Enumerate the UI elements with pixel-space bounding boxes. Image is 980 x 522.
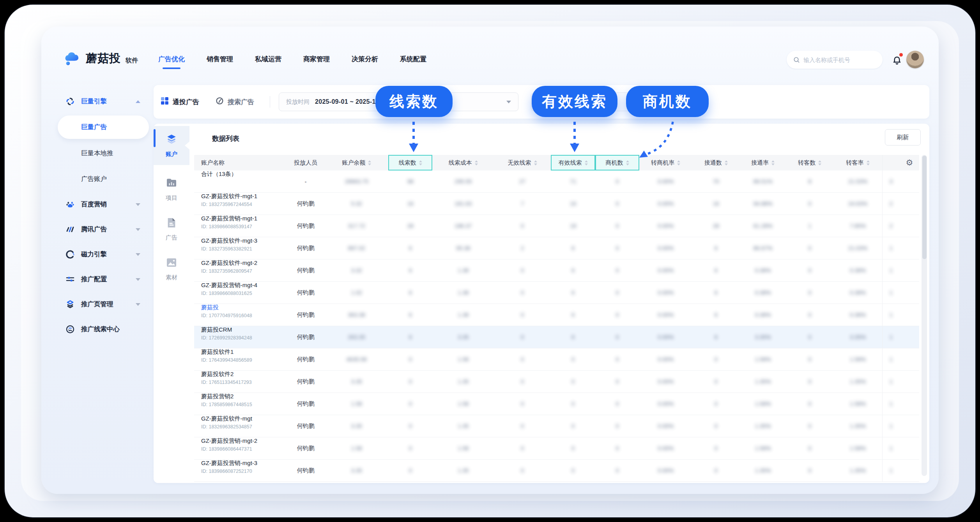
table-row-11[interactable]: GZ-蘑菇投软件-mgtID: 1832696382534857何钧鹏3.350… — [194, 415, 919, 437]
sort-icon[interactable] — [818, 160, 821, 165]
view-tab-3[interactable]: 素材 — [154, 249, 189, 288]
sidebar-item-1[interactable]: 百度营销 — [51, 192, 154, 217]
blurred-value: 98 — [407, 178, 414, 185]
blurred-value: 0 — [715, 378, 718, 385]
sidebar-item-6[interactable]: 推广线索中心 — [51, 317, 154, 342]
column-header-5[interactable]: 无效线索 — [494, 155, 551, 170]
date-range-label: 投放时间 — [286, 98, 310, 106]
column-header-2[interactable]: 账户余额 — [325, 155, 388, 170]
sort-icon[interactable] — [585, 160, 588, 165]
column-header-3[interactable]: 线索数 — [388, 155, 432, 170]
column-header-label: 有效线索 — [559, 159, 582, 167]
user-avatar[interactable] — [906, 51, 924, 68]
value-cell: 86.67% — [740, 237, 786, 259]
sidebar-item-4[interactable]: 推广配置 — [51, 267, 154, 292]
sidebar-subitem-0-2[interactable]: 广告账户 — [51, 166, 154, 192]
table-row-1[interactable]: GZ-蘑菇投软件-mgt-1ID: 1832735967244554何钧鹏5.3… — [194, 193, 919, 215]
blurred-value: 0 — [409, 356, 412, 362]
sort-icon[interactable] — [368, 160, 371, 165]
account-name: GZ-蘑菇投软件-mgt-2 — [201, 259, 257, 267]
table-row-8[interactable]: 蘑菇投软件1ID: 1764399434856589何钧鹏4635.5801.5… — [194, 348, 919, 371]
person-name: 何钧鹏 — [297, 423, 315, 430]
table-row-13[interactable]: GZ-蘑菇投营销-mgt-3ID: 1839866087252170何钧鹏3.3… — [194, 460, 919, 482]
column-header-4[interactable]: 线索成本 — [432, 155, 494, 170]
column-header-7[interactable]: 商机数 — [595, 155, 639, 170]
blurred-value: 3 — [890, 178, 893, 185]
table-row-6[interactable]: 蘑菇投ID: 1707704975916048何钧鹏363.3861.38060… — [194, 304, 919, 326]
table-row-3[interactable]: GZ-蘑菇投软件-mgt-3ID: 1832735963382921何钧鹏897… — [194, 237, 919, 259]
sort-icon[interactable] — [419, 160, 422, 165]
table-header-row: 账户名称投放人员账户余额线索数线索成本无效线索有效线索商机数转商机率接通数接通率… — [194, 155, 919, 170]
table-row-10[interactable]: 蘑菇投营销2ID: 1785859867448515何钧鹏1.5801.5800… — [194, 393, 919, 415]
notification-bell-icon[interactable] — [891, 54, 903, 66]
nav-tab-2[interactable]: 私域运营 — [255, 55, 281, 64]
column-header-11[interactable]: 转客数 — [786, 155, 833, 170]
sort-icon[interactable] — [534, 160, 537, 165]
ad-type-tab-search[interactable]: 搜索广告 — [216, 97, 254, 107]
nav-tab-5[interactable]: 系统配置 — [400, 55, 426, 64]
account-name-link[interactable]: 蘑菇投 — [201, 304, 219, 311]
value-cell: 1 — [882, 393, 900, 415]
sort-icon[interactable] — [867, 160, 870, 165]
table-row-4[interactable]: GZ-蘑菇投软件-mgt-2ID: 1832735962809547何钧鹏3.3… — [194, 259, 919, 282]
sort-icon[interactable] — [626, 160, 629, 165]
blurred-value: 1 — [890, 289, 893, 296]
nav-tab-0[interactable]: 广告优化 — [158, 55, 185, 64]
sidebar-item-3[interactable]: 磁力引擎 — [51, 242, 154, 267]
table-row-12[interactable]: GZ-蘑菇投营销-mgt-2ID: 1839866086447371何钧鹏1.5… — [194, 437, 919, 460]
blurred-value: 0 — [808, 312, 811, 318]
table-row-0[interactable]: 合计（13条）-28963.7598295.55277100.00%7089.5… — [194, 170, 919, 193]
table-row-5[interactable]: GZ-蘑菇投营销-mgt-4ID: 1839866088031625何钧鹏1.0… — [194, 282, 919, 304]
ad-type-tab-general[interactable]: 通投广告 — [161, 97, 199, 107]
table-row-7[interactable]: 蘑菇投CRMID: 1726992928394248何钧鹏263.3563.35… — [194, 326, 919, 348]
gear-icon[interactable]: ⚙ — [906, 158, 913, 167]
blurred-value: 3.35 — [351, 378, 362, 385]
ads-icon — [165, 217, 178, 231]
nav-tab-3[interactable]: 商家管理 — [303, 55, 330, 64]
blurred-value: 0.00% — [658, 178, 674, 185]
vertical-scrollbar[interactable] — [922, 155, 927, 476]
sort-icon[interactable] — [725, 160, 728, 165]
blurred-value: 0 — [808, 289, 811, 296]
row-settings-cell — [900, 348, 919, 370]
account-id: ID: 1832735962809547 — [201, 268, 252, 274]
sidebar-item-5[interactable]: 推广页管理 — [51, 292, 154, 317]
view-tab-1[interactable]: 项目 — [154, 170, 189, 209]
account-name-cell: 合计（13条） — [194, 170, 287, 192]
column-header-9[interactable]: 接通数 — [692, 155, 740, 170]
global-search[interactable] — [787, 51, 883, 69]
refresh-button[interactable]: 刷新 — [885, 129, 921, 146]
sort-icon[interactable] — [677, 160, 680, 165]
table-row-9[interactable]: 蘑菇投软件2ID: 1765113345417293何钧鹏3.3501.3500… — [194, 371, 919, 393]
blurred-value: 1.58 — [351, 445, 362, 451]
sidebar-subitem-0-0[interactable]: 巨量广告 — [58, 115, 149, 139]
sidebar-subitem-0-1[interactable]: 巨量本地推 — [51, 140, 154, 166]
nav-tab-4[interactable]: 决策分析 — [352, 55, 378, 64]
value-cell: 0.00% — [639, 393, 692, 415]
nav-tab-1[interactable]: 销售管理 — [207, 55, 233, 64]
column-header-0: 账户名称 — [194, 155, 287, 170]
sort-icon[interactable] — [771, 160, 775, 165]
view-tab-0[interactable]: 账户 — [154, 126, 189, 165]
column-header-8[interactable]: 转商机率 — [639, 155, 692, 170]
scrollbar-thumb[interactable] — [922, 156, 927, 259]
sidebar-item-2[interactable]: 腾讯广告 — [51, 217, 154, 242]
blurred-value: 16 — [407, 201, 414, 207]
column-header-10[interactable]: 接通率 — [740, 155, 786, 170]
sidebar-item-0[interactable]: 巨量引擎 — [51, 89, 154, 114]
sort-icon[interactable] — [475, 160, 478, 165]
materials-icon — [165, 256, 178, 270]
toolbar-divider — [270, 96, 270, 108]
row-settings-cell — [900, 437, 919, 459]
search-input[interactable] — [803, 57, 870, 63]
blurred-value: 0.00% — [658, 423, 674, 429]
value-cell: 0 — [494, 460, 551, 481]
view-tab-2[interactable]: 广告 — [154, 210, 189, 249]
column-header-6[interactable]: 有效线索 — [551, 155, 595, 170]
blurred-value: 0 — [571, 445, 575, 451]
layers-icon — [65, 300, 75, 309]
column-header-12[interactable]: 转客率 — [833, 155, 882, 170]
blurred-value: 28963.75 — [345, 178, 368, 185]
table-row-2[interactable]: GZ-蘑菇投营销-mgt-1ID: 1839866088539147何钧鹏317… — [194, 215, 919, 237]
row-settings-cell — [900, 170, 919, 192]
